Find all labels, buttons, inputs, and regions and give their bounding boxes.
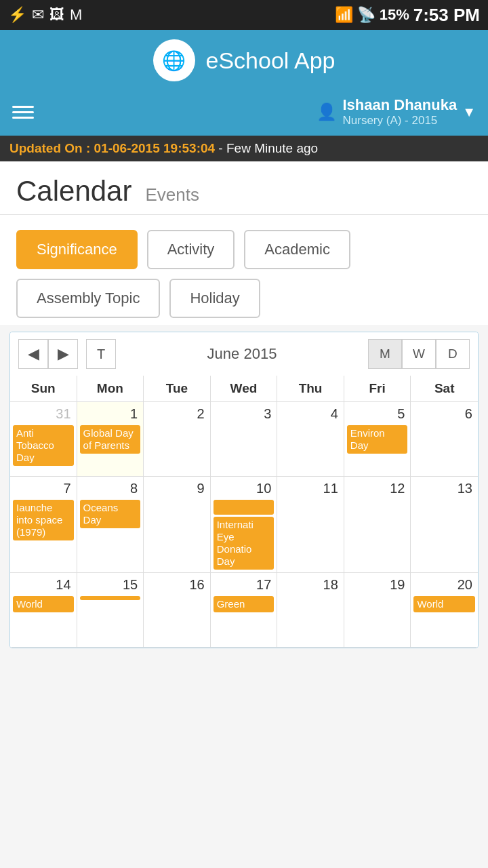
day-header-wed: Wed xyxy=(211,376,278,402)
user-class: Nursery (A) - 2015 xyxy=(342,114,457,127)
cal-date-14: 14 xyxy=(13,576,74,594)
cal-event: World xyxy=(13,596,74,612)
cal-cell-7[interactable]: 7 Iaunche into space (1979) xyxy=(10,477,77,573)
cal-cell-31[interactable]: 31 Anti Tobacco Day xyxy=(10,402,77,477)
status-time: 7:53 PM xyxy=(413,5,480,26)
cal-date-12: 12 xyxy=(347,479,408,498)
cal-event: Internati Eye Donatio Day xyxy=(214,517,274,570)
cal-cell-2[interactable]: 2 xyxy=(144,402,211,477)
cal-cell-14[interactable]: 14 World xyxy=(10,573,77,648)
page-title: Calendar xyxy=(16,175,131,208)
cal-cell-13[interactable]: 13 xyxy=(411,477,478,573)
page-subtitle: Events xyxy=(145,184,199,205)
cal-event: Oceans Day xyxy=(80,500,141,528)
cal-date-19: 19 xyxy=(347,576,408,594)
cal-event xyxy=(80,596,141,600)
cal-event-blank xyxy=(214,500,274,515)
cal-date-2: 2 xyxy=(146,405,207,423)
cal-date-10: 10 xyxy=(214,479,274,498)
cal-cell-11[interactable]: 11 xyxy=(277,477,344,573)
filter-significance[interactable]: Significance xyxy=(16,230,138,269)
calendar-nav: ◀ ▶ xyxy=(18,339,78,369)
app-title: eSchool App xyxy=(206,47,336,74)
usb-icon: ⚡ xyxy=(8,6,26,24)
prev-month-button[interactable]: ◀ xyxy=(18,339,48,369)
cal-event: Environ Day xyxy=(347,425,408,454)
cal-date-5: 5 xyxy=(347,405,408,423)
cal-date-4: 4 xyxy=(280,405,341,423)
calendar-grid: 31 Anti Tobacco Day 1 Global Day of Pare… xyxy=(10,402,478,648)
filter-activity[interactable]: Activity xyxy=(147,230,235,269)
status-icons-right: 📶 📡 15% 7:53 PM xyxy=(335,5,480,26)
app-bar: 🌐 eSchool App xyxy=(0,30,488,91)
cal-cell-4[interactable]: 4 xyxy=(277,402,344,477)
cal-cell-19[interactable]: 19 xyxy=(344,573,411,648)
page-header: Calendar Events xyxy=(0,161,488,215)
battery-text: 15% xyxy=(380,6,409,24)
user-info[interactable]: 👤 Ishaan Dhanuka Nursery (A) - 2015 ▼ xyxy=(317,96,476,127)
user-avatar-icon: 👤 xyxy=(317,102,337,121)
image-icon: 🖼 xyxy=(49,6,64,24)
hamburger-menu[interactable] xyxy=(12,106,34,119)
cal-cell-18[interactable]: 18 xyxy=(277,573,344,648)
next-month-button[interactable]: ▶ xyxy=(48,339,78,369)
cal-cell-9[interactable]: 9 xyxy=(144,477,211,573)
day-header-fri: Fri xyxy=(344,376,411,402)
cal-date-31: 31 xyxy=(13,405,74,423)
cal-cell-1[interactable]: 1 Global Day of Parents xyxy=(77,402,144,477)
status-icons-left: ⚡ ✉ 🖼 M xyxy=(8,6,82,24)
filter-assembly-topic[interactable]: Assembly Topic xyxy=(16,279,160,318)
calendar-days-header: Sun Mon Tue Wed Thu Fri Sat xyxy=(10,376,478,402)
cal-date-13: 13 xyxy=(413,479,475,498)
app-logo: 🌐 xyxy=(153,39,195,81)
cal-date-18: 18 xyxy=(280,576,341,594)
wifi-icon: 📶 xyxy=(335,6,353,24)
week-view-button[interactable]: W xyxy=(402,339,436,369)
status-bar: ⚡ ✉ 🖼 M 📶 📡 15% 7:53 PM xyxy=(0,0,488,30)
cal-date-7: 7 xyxy=(13,479,74,498)
cal-cell-15[interactable]: 15 xyxy=(77,573,144,648)
day-header-tue: Tue xyxy=(144,376,211,402)
day-header-mon: Mon xyxy=(77,376,144,402)
calendar-container: ◀ ▶ T June 2015 M W D Sun Mon Tue Wed Th… xyxy=(0,325,488,655)
calendar-header: ◀ ▶ T June 2015 M W D xyxy=(10,332,478,376)
filter-academic[interactable]: Academic xyxy=(244,230,350,269)
filter-area: Significance Activity Academic Assembly … xyxy=(0,215,488,325)
cal-cell-6[interactable]: 6 xyxy=(411,402,478,477)
cal-cell-3[interactable]: 3 xyxy=(211,402,278,477)
cal-event: Global Day of Parents xyxy=(80,425,141,454)
cal-event: World xyxy=(413,596,475,612)
cal-cell-20[interactable]: 20 World xyxy=(411,573,478,648)
cal-date-11: 11 xyxy=(280,479,341,498)
day-view-button[interactable]: D xyxy=(436,339,470,369)
cal-date-6: 6 xyxy=(413,405,475,423)
cal-date-15: 15 xyxy=(80,576,141,594)
dropdown-arrow-icon: ▼ xyxy=(462,104,476,120)
cal-event: Green xyxy=(214,596,274,612)
calendar: ◀ ▶ T June 2015 M W D Sun Mon Tue Wed Th… xyxy=(9,332,479,648)
cal-cell-8[interactable]: 8 Oceans Day xyxy=(77,477,144,573)
update-datetime: 01-06-2015 19:53:04 xyxy=(94,141,216,155)
logo-icon: 🌐 xyxy=(162,50,186,72)
cal-cell-5[interactable]: 5 Environ Day xyxy=(344,402,411,477)
cal-date-8: 8 xyxy=(80,479,141,498)
day-header-thu: Thu xyxy=(277,376,344,402)
signal-icon: 📡 xyxy=(357,6,375,24)
cal-cell-17[interactable]: 17 Green xyxy=(211,573,278,648)
cal-event: Iaunche into space (1979) xyxy=(13,500,74,540)
update-prefix: Updated On : xyxy=(9,141,94,155)
cal-date-9: 9 xyxy=(146,479,207,498)
today-button[interactable]: T xyxy=(86,339,116,369)
cal-date-1: 1 xyxy=(80,405,141,423)
cal-cell-10[interactable]: 10 Internati Eye Donatio Day xyxy=(211,477,278,573)
cal-cell-12[interactable]: 12 xyxy=(344,477,411,573)
month-view-button[interactable]: M xyxy=(368,339,402,369)
cal-cell-16[interactable]: 16 xyxy=(144,573,211,648)
gmail-icon: M xyxy=(70,6,82,24)
filter-holiday[interactable]: Holiday xyxy=(169,279,260,318)
update-suffix: - Few Minute ago xyxy=(215,141,318,155)
user-name: Ishaan Dhanuka xyxy=(342,96,457,114)
update-banner: Updated On : 01-06-2015 19:53:04 - Few M… xyxy=(0,136,488,161)
cal-event: Anti Tobacco Day xyxy=(13,425,74,466)
calendar-view-buttons: M W D xyxy=(368,339,470,369)
